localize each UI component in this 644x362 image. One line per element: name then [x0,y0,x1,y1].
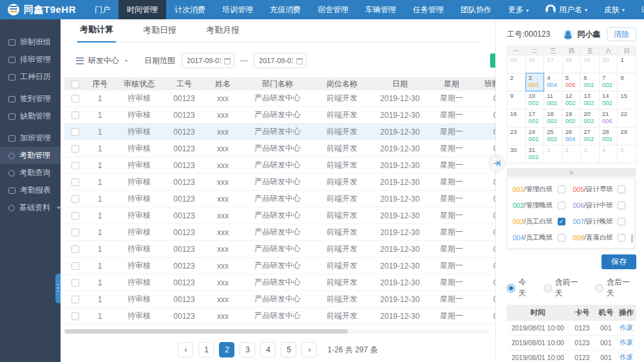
page-button[interactable]: 4 [260,342,276,357]
sidebar-item-work-calendar[interactable]: 工种日历 [0,68,61,86]
calendar-day[interactable]: 2 [507,73,526,91]
calendar-day[interactable]: 8 [617,73,636,91]
date-to-field[interactable] [254,57,293,64]
page-button[interactable]: 5 [281,342,296,357]
topbar-menu-item[interactable]: 团队协作 [452,0,500,19]
shift-option[interactable]: 003/员工白班✓ [513,216,573,226]
void-link[interactable]: 作废 [616,338,636,347]
calendar-day[interactable]: 19002 [562,109,582,128]
row-checkbox[interactable] [71,195,79,203]
shift-checkbox[interactable] [618,218,625,225]
scrollbar-thumb[interactable] [64,329,348,334]
shift-option[interactable]: 002/管理晚班 [513,200,573,210]
table-row[interactable]: 1待审核00123xxx产品研发中心前端开发2019-12-30星期一001 [64,207,496,224]
row-checkbox[interactable] [71,212,79,220]
calendar-day[interactable]: 20002 [580,109,600,128]
row-checkbox[interactable] [71,312,79,320]
calendar-day[interactable]: 1 [617,55,636,73]
tab[interactable]: 考勤日报 [140,24,179,42]
sidebar-item-attendance-query[interactable]: 考勤查询 [0,164,61,182]
row-checkbox[interactable] [71,296,79,303]
prev-page-button[interactable]: ‹ [178,342,193,357]
shift-option[interactable]: 005/设计早班 [573,184,634,194]
row-checkbox[interactable] [71,111,79,119]
calendar-day[interactable]: 13002 [580,91,600,110]
topbar-skin[interactable]: 皮肤▾ [596,5,633,15]
calendar-day[interactable]: 31002 [526,145,545,164]
topbar-menu-item[interactable]: 车辆管理 [357,0,404,19]
row-checkbox[interactable] [71,128,79,136]
sidebar-item-checkin[interactable]: 签到管理 [0,90,61,108]
calendar-day[interactable]: 4 [599,145,618,164]
table-row[interactable]: 1待审核00123xxx产品研发中心前端开发2019-12-30星期一001 [64,291,496,308]
calendar-day[interactable]: 3 [580,145,600,164]
calendar-day[interactable]: 21006 [599,109,618,128]
page-button[interactable]: 1 [198,342,214,357]
shift-option[interactable]: 007/设计晚班 [573,216,634,226]
save-button[interactable]: 保存 [601,254,636,269]
calendar-day[interactable]: 5 [617,145,636,164]
sidebar-item-base-data[interactable]: 基础资料▾ [0,199,61,216]
void-link[interactable]: 作废 [616,353,636,362]
sidebar-item-scheduling[interactable]: 排班管理 [0,51,61,68]
shift-option[interactable]: 004/员工晚班 [513,233,573,242]
calendar-day[interactable]: 28002 [599,127,618,146]
row-checkbox[interactable] [71,262,79,270]
page-button[interactable]: 3 [240,342,255,357]
table-row[interactable]: 1待审核00123xxx产品研发中心前端开发2019-12-30星期一001 [64,90,496,107]
shift-checkbox[interactable]: ✓ [558,218,565,225]
horizontal-scrollbar[interactable] [64,329,489,334]
topbar-menu-item[interactable]: 培训管理 [214,0,261,19]
topbar-menu-item[interactable]: 宿舍管理 [309,0,357,19]
shift-checkbox[interactable] [558,234,565,242]
shift-checkbox[interactable] [618,202,625,209]
clear-button[interactable]: 清除 [607,27,636,41]
shift-scrollbar-thumb[interactable] [631,234,633,243]
tab[interactable]: 考勤月报 [204,24,242,42]
shift-option[interactable]: 001/管理白班 [513,184,573,194]
radio-option[interactable]: 含前一天 [544,277,585,299]
tab[interactable]: 考勤计算 [77,24,116,43]
calendar-day[interactable]: 18002 [544,109,563,128]
department-select[interactable]: 研发中心 ▾ [88,55,128,66]
calendar-day[interactable]: 29 [580,55,600,73]
shift-option[interactable]: 006/设计中班 [573,200,634,210]
calendar-day[interactable]: 22 [617,109,636,128]
calendar-day[interactable]: 27002 [580,127,600,146]
calendar-day[interactable]: 27 [544,55,563,73]
row-checkbox[interactable] [71,178,79,186]
calendar-collapse-bar[interactable]: » [507,168,636,176]
calendar-day[interactable]: 10002 [526,91,545,110]
void-link[interactable]: 作废 [616,323,636,332]
calendar-day[interactable]: 2 [562,145,582,164]
date-from-field[interactable] [182,57,221,64]
calendar-day[interactable]: 15 [617,91,636,110]
shift-checkbox[interactable] [618,186,625,193]
topbar-user[interactable]: 用户名▾ [537,5,596,15]
topbar-menu-item[interactable]: 更多▾ [500,0,537,19]
sidebar-item-shift-group[interactable]: 班制班组 [0,33,61,51]
select-all-checkbox[interactable] [71,81,79,88]
calendar-day[interactable]: 7002 [599,73,618,91]
calendar-day[interactable]: 5005 [562,73,582,91]
topbar-menu-item[interactable]: 时间管理 [118,0,166,19]
topbar-menu-item[interactable]: 计次消费 [166,0,214,19]
row-checkbox[interactable] [71,95,79,102]
table-row[interactable]: 1待审核00123xxx产品研发中心前端开发2019-12-30星期一001 [64,258,496,274]
date-to-input[interactable] [254,53,307,68]
table-row[interactable]: 1待审核00123xxx产品研发中心前端开发2019-12-30星期一001 [64,140,496,157]
shift-checkbox[interactable] [558,202,565,209]
compute-button[interactable] [490,53,496,68]
calendar-day[interactable]: 28 [562,55,582,73]
calendar-day[interactable]: 30 [507,145,526,164]
calendar-day[interactable]: 25002 [544,127,563,146]
next-page-button[interactable]: › [301,342,317,357]
page-button[interactable]: 2 [219,342,234,357]
table-row[interactable]: 1待审核00123xxx产品研发中心前端开发2019-12-30星期一001 [64,241,496,258]
table-row[interactable]: 1待审核00123xxx产品研发中心前端开发2019-12-30星期一001 [64,107,496,124]
calendar-day[interactable]: 25 [507,55,526,73]
calendar-day[interactable]: 17002 [526,109,545,128]
calendar-day[interactable]: 1 [544,145,563,164]
shift-checkbox[interactable] [558,186,565,193]
row-checkbox[interactable] [71,229,79,236]
